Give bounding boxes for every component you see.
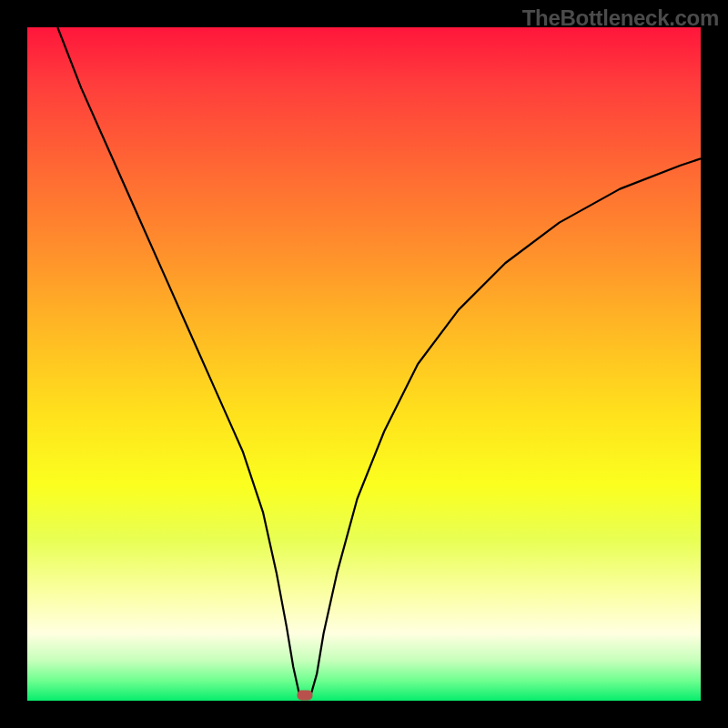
bottleneck-curve [27,27,701,701]
watermark-text: TheBottleneck.com [522,5,719,31]
chart-container: TheBottleneck.com [0,0,728,728]
plot-area [27,27,701,701]
optimum-marker [297,691,312,701]
